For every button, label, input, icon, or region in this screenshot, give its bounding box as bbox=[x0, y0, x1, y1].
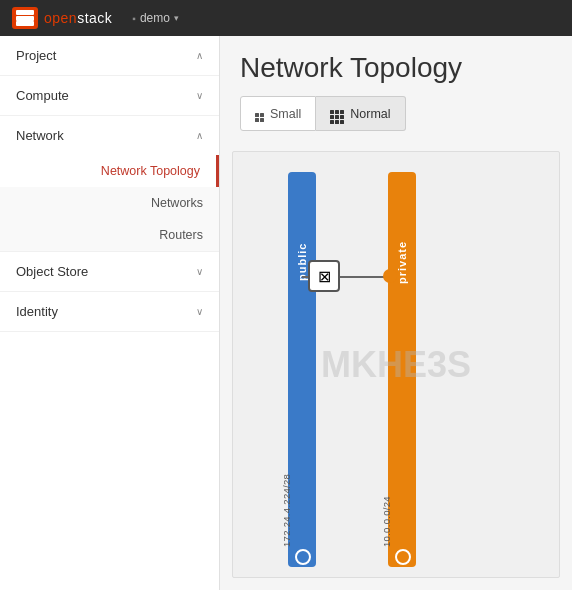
network-private-label: private bbox=[388, 212, 416, 312]
topbar: openopenstackstack demo ▾ bbox=[0, 0, 572, 36]
subnet-private-label: 10.0.0.0/24 bbox=[381, 467, 392, 547]
object-store-caret: ∨ bbox=[196, 266, 203, 277]
identity-caret: ∨ bbox=[196, 306, 203, 317]
demo-caret: ▾ bbox=[174, 13, 179, 23]
view-toggle: Small Normal bbox=[240, 96, 552, 131]
network-private-bottom-icon bbox=[395, 549, 411, 565]
main-layout: Project ∧ Compute ∨ Network ∧ Network To… bbox=[0, 36, 572, 590]
small-grid-icon bbox=[255, 106, 264, 122]
network-caret: ∧ bbox=[196, 130, 203, 141]
small-view-button[interactable]: Small bbox=[240, 96, 316, 131]
sidebar-section-network: Network ∧ Network Topology Networks Rout… bbox=[0, 116, 219, 252]
demo-menu[interactable]: demo ▾ bbox=[132, 11, 179, 25]
page-title: Network Topology bbox=[240, 52, 552, 84]
sidebar-header-project[interactable]: Project ∧ bbox=[0, 36, 219, 75]
project-caret: ∧ bbox=[196, 50, 203, 61]
sidebar-item-routers[interactable]: Routers bbox=[0, 219, 219, 251]
svg-rect-2 bbox=[16, 21, 34, 26]
network-public-bottom-icon bbox=[295, 549, 311, 565]
normal-grid-icon bbox=[330, 103, 344, 124]
subnet-public-label: 172.24.4.224/28 bbox=[281, 467, 292, 547]
logo-icon bbox=[12, 7, 38, 29]
topology-canvas[interactable]: public private ⊠ 172.24.4.224/28 10.0.0.… bbox=[232, 151, 560, 578]
normal-view-button[interactable]: Normal bbox=[316, 96, 405, 131]
network-items: Network Topology Networks Routers bbox=[0, 155, 219, 251]
sidebar-header-identity[interactable]: Identity ∨ bbox=[0, 292, 219, 331]
sidebar-header-network[interactable]: Network ∧ bbox=[0, 116, 219, 155]
logo-text: openopenstackstack bbox=[44, 10, 112, 26]
router-connection-private bbox=[383, 269, 397, 283]
sidebar: Project ∧ Compute ∨ Network ∧ Network To… bbox=[0, 36, 220, 590]
sidebar-item-network-topology[interactable]: Network Topology bbox=[0, 155, 219, 187]
router-node[interactable]: ⊠ bbox=[308, 260, 340, 292]
content-header: Network Topology Small bbox=[220, 36, 572, 151]
sidebar-header-object-store[interactable]: Object Store ∨ bbox=[0, 252, 219, 291]
content-area: Network Topology Small bbox=[220, 36, 572, 590]
svg-rect-1 bbox=[16, 16, 34, 21]
sidebar-section-project: Project ∧ bbox=[0, 36, 219, 76]
sidebar-section-compute: Compute ∨ bbox=[0, 76, 219, 116]
compute-caret: ∨ bbox=[196, 90, 203, 101]
sidebar-section-object-store: Object Store ∨ bbox=[0, 252, 219, 292]
router-icon: ⊠ bbox=[318, 267, 331, 286]
logo[interactable]: openopenstackstack bbox=[12, 7, 112, 29]
sidebar-section-identity: Identity ∨ bbox=[0, 292, 219, 332]
sidebar-item-networks[interactable]: Networks bbox=[0, 187, 219, 219]
sidebar-header-compute[interactable]: Compute ∨ bbox=[0, 76, 219, 115]
svg-rect-0 bbox=[16, 10, 34, 15]
